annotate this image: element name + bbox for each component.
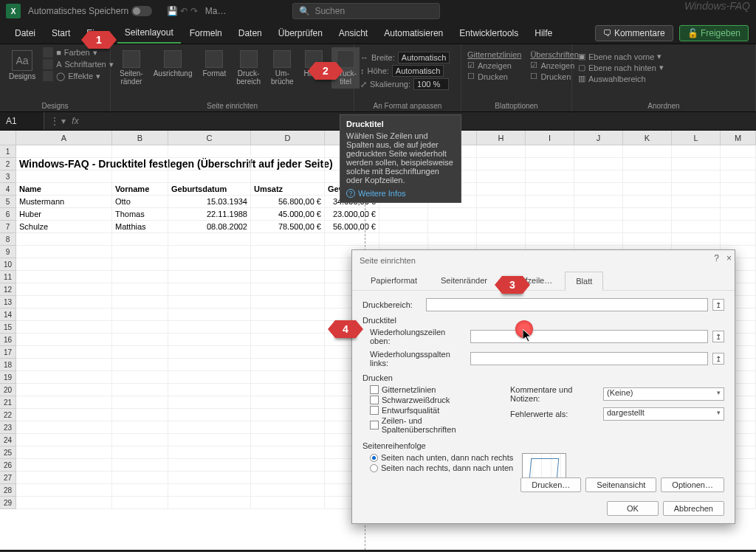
wdh-oben-label: Wiederholungszeilen oben: (370, 328, 466, 345)
drucken-legend: Drucken (362, 373, 724, 382)
wdh-links-picker[interactable]: ↥ (712, 353, 724, 365)
ueberschriften-label: Überschriften (530, 50, 578, 59)
entwurf-checkbox[interactable]: Entwurfsqualität (370, 406, 495, 415)
toggle-track (131, 6, 152, 16)
kommentare-label: Kommentare und Notizen: (510, 385, 599, 403)
zeilenspalten-checkbox[interactable]: Zeilen- und Spaltenüberschriften (370, 416, 495, 434)
ueber-anzeigen-check[interactable]: ☑ Anzeigen (530, 61, 578, 70)
ebene-hinten-button[interactable]: ▢ Ebene nach hinten ▾ (578, 63, 749, 72)
autosave-label: Automatisches Speichern (28, 6, 128, 16)
fx-icon[interactable]: fx (72, 116, 78, 126)
wdh-oben-picker[interactable]: ↥ (712, 331, 724, 342)
schriftarten-button[interactable]: A Schriftarten ▾ (43, 59, 114, 69)
farben-button[interactable]: ■ Farben ▾ (43, 47, 114, 58)
tab-entwicklertools[interactable]: Entwicklertools (452, 24, 526, 43)
tab-daten[interactable]: Daten (231, 24, 269, 43)
kommentare-button[interactable]: 🗨 Kommentare (595, 25, 673, 41)
tab-formeln[interactable]: Formeln (182, 24, 230, 43)
drucktitel-legend: Drucktitel (362, 316, 724, 325)
schwarzweiss-checkbox[interactable]: Schwarzweißdruck (370, 396, 495, 404)
tooltip-link[interactable]: ?Weitere Infos (346, 189, 455, 198)
search-icon: 🔍 (299, 6, 310, 16)
dialog-tab-papier[interactable]: Papierformat (360, 271, 428, 290)
format-button[interactable]: Format (200, 47, 230, 80)
drucken-button[interactable]: Drucken… (520, 477, 581, 492)
ueber-drucken-check[interactable]: ☐ Drucken (530, 72, 578, 81)
group-format-label: An Format anpassen (354, 102, 461, 110)
wdh-links-label: Wiederholungsspalten links: (370, 350, 466, 368)
gitter-label: Gitternetzlinien (467, 50, 521, 59)
tab-ueberpruefen[interactable]: Überprüfen (271, 24, 330, 43)
search-input[interactable]: 🔍 Suchen (292, 3, 440, 19)
gitter-anzeigen-check[interactable]: ☑ Anzeigen (467, 61, 521, 70)
umbrueche-button[interactable]: Um- brüche (268, 47, 297, 89)
wdh-links-input[interactable] (470, 352, 708, 365)
marker-1: 1 (89, 31, 109, 49)
drucktitel-tooltip: Drucktitel Wählen Sie Zeilen und Spalten… (340, 114, 461, 203)
seitenansicht-button[interactable]: Seitenansicht (585, 477, 656, 492)
tab-start[interactable]: Start (44, 24, 78, 43)
ebene-vorne-button[interactable]: ▣ Ebene nach vorne ▾ (578, 52, 749, 61)
ok-button[interactable]: OK (607, 501, 659, 516)
druckbereich-label: Druckbereich: (362, 300, 422, 309)
ribbon-body: AaDesigns ■ Farben ▾ A Schriftarten ▾ ◯ … (0, 44, 756, 112)
dialog-tab-blatt[interactable]: Blatt (565, 272, 603, 291)
hoehe-select[interactable]: ↕ Höhe: Automatisch (360, 65, 455, 77)
tab-automatisieren[interactable]: Automatisieren (377, 24, 450, 43)
page-setup-dialog: Seite einrichten ?× Papierformat Seitenr… (351, 249, 735, 524)
marker-3: 3 (502, 276, 523, 294)
doc-title: Ma… (205, 6, 227, 16)
autosave-toggle[interactable]: Automatisches Speichern (28, 6, 152, 16)
druckbereich-picker[interactable]: ↥ (712, 299, 724, 311)
skalierung-select[interactable]: ⤢ Skalierung: 100 % (360, 78, 455, 90)
effekte-button[interactable]: ◯ Effekte ▾ (43, 71, 114, 81)
watermark: Windows-FAQ (684, 0, 750, 12)
fehler-label: Fehlerwerte als: (510, 410, 599, 418)
gitter-checkbox[interactable]: Gitternetzlinien (370, 385, 495, 394)
tooltip-body: Wählen Sie Zeilen und Spalten aus, die a… (346, 131, 455, 184)
druckbereich-button[interactable]: Druck- bereich (233, 47, 264, 89)
gitter-drucken-check[interactable]: ☐ Drucken (467, 72, 521, 81)
abbrechen-button[interactable]: Abbrechen (663, 501, 724, 516)
breite-select[interactable]: ↔ Breite: Automatisch (360, 52, 455, 63)
tab-datei[interactable]: Datei (7, 24, 43, 43)
group-seite-label: Seite einrichten (111, 102, 354, 110)
search-placeholder: Suchen (315, 6, 345, 16)
group-blatt-label: Blattoptionen (461, 102, 571, 110)
excel-logo: X (6, 4, 21, 18)
auswahlbereich-button[interactable]: ▥ Auswahlbereich (578, 74, 749, 83)
marker-4: 4 (335, 320, 356, 338)
dialog-title: Seite einrichten (360, 256, 416, 265)
cursor-icon (523, 329, 533, 342)
dialog-help-button[interactable]: ? (714, 253, 719, 263)
fehler-select[interactable]: dargestellt (603, 407, 724, 421)
dialog-close-button[interactable]: × (726, 253, 732, 263)
reihe-legend: Seitenreihenfolge (362, 441, 724, 450)
druckbereich-input[interactable] (426, 298, 708, 311)
marker-2: 2 (315, 62, 336, 80)
designs-button[interactable]: AaDesigns (6, 47, 38, 83)
optionen-button[interactable]: Optionen… (661, 477, 724, 492)
group-designs-label: Designs (0, 102, 110, 110)
wdh-oben-input[interactable] (470, 330, 708, 343)
seitenraender-button[interactable]: Seiten- ränder (117, 47, 146, 89)
titlebar: X Automatisches Speichern 💾 ↶ ↷ Ma… 🔍 Su… (0, 0, 756, 22)
dialog-tab-rand[interactable]: Seitenränder (430, 271, 498, 290)
tab-ansicht[interactable]: Ansicht (331, 24, 375, 43)
tooltip-title: Drucktitel (346, 120, 455, 128)
freigeben-button[interactable]: 🔓 Freigeben (679, 25, 749, 41)
kommentare-select[interactable]: (Keine) (603, 387, 724, 401)
radio-unten-rechts[interactable]: Seiten nach unten, dann nach rechts (370, 453, 513, 462)
ausrichtung-button[interactable]: Ausrichtung (151, 47, 196, 80)
tab-hilfe[interactable]: Hilfe (527, 24, 560, 43)
tab-seitenlayout[interactable]: Seitenlayout (117, 23, 181, 44)
group-anordnen-label: Anordnen (572, 102, 755, 110)
radio-rechts-unten[interactable]: Seiten nach rechts, dann nach unten (370, 463, 513, 472)
name-box[interactable]: A1 (0, 112, 44, 130)
